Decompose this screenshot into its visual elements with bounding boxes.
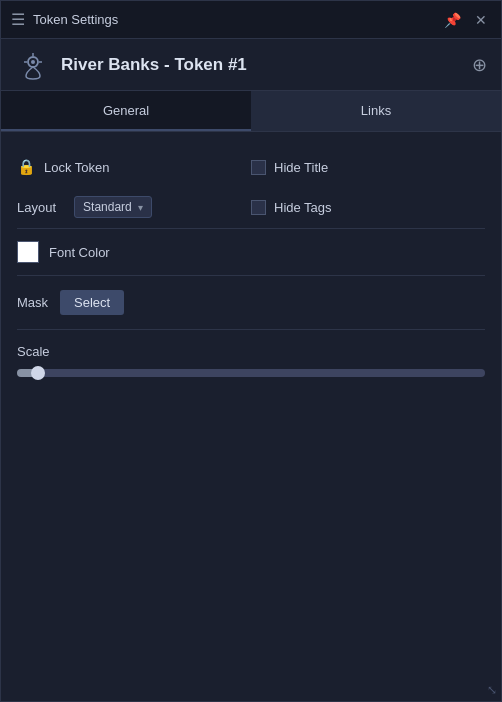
tab-links[interactable]: Links (251, 91, 501, 131)
svg-point-4 (31, 60, 35, 64)
layout-col: Layout Standard ▾ (17, 196, 251, 218)
lock-token-col: 🔒 Lock Token (17, 158, 251, 176)
tabs: General Links (1, 91, 501, 132)
hide-tags-checkbox[interactable] (251, 200, 266, 215)
lock-token-label: Lock Token (44, 160, 110, 175)
title-bar: ☰ Token Settings 📌 ✕ (1, 1, 501, 39)
token-name: River Banks - Token #1 (61, 55, 472, 75)
mask-select-button[interactable]: Select (60, 290, 124, 315)
hide-title-checkbox[interactable] (251, 160, 266, 175)
token-header: River Banks - Token #1 ⊕ (1, 39, 501, 91)
resize-handle[interactable]: ⤡ (487, 683, 497, 697)
layout-dropdown[interactable]: Standard ▾ (74, 196, 152, 218)
layout-label: Layout (17, 200, 56, 215)
tab-general[interactable]: General (1, 91, 251, 131)
content-area: 🔒 Lock Token Hide Title Layout Standard … (1, 132, 501, 701)
font-color-section: Font Color (17, 229, 485, 276)
mask-section: Mask Select (17, 276, 485, 330)
pin-icon[interactable]: 📌 (444, 12, 461, 28)
layout-hidetags-row: Layout Standard ▾ Hide Tags (17, 186, 485, 229)
scale-slider-track[interactable] (17, 369, 485, 377)
font-color-swatch[interactable] (17, 241, 39, 263)
lock-icon: 🔒 (17, 158, 36, 176)
scale-section: Scale (17, 330, 485, 391)
font-color-label: Font Color (49, 245, 110, 260)
hide-tags-label: Hide Tags (274, 200, 332, 215)
crosshair-icon[interactable]: ⊕ (472, 54, 487, 76)
mask-label: Mask (17, 295, 48, 310)
layout-value: Standard (83, 200, 132, 214)
scale-slider-thumb[interactable] (31, 366, 45, 380)
lock-hide-row: 🔒 Lock Token Hide Title (17, 148, 485, 186)
hide-tags-col: Hide Tags (251, 200, 485, 215)
hide-title-col: Hide Title (251, 160, 485, 175)
token-icon (15, 47, 51, 83)
scale-label: Scale (17, 344, 485, 359)
window-title: Token Settings (33, 12, 444, 27)
close-icon[interactable]: ✕ (471, 10, 491, 30)
dropdown-arrow-icon: ▾ (138, 202, 143, 213)
window: ☰ Token Settings 📌 ✕ River Banks - Token… (0, 0, 502, 702)
hide-title-label: Hide Title (274, 160, 328, 175)
menu-icon[interactable]: ☰ (11, 10, 25, 29)
